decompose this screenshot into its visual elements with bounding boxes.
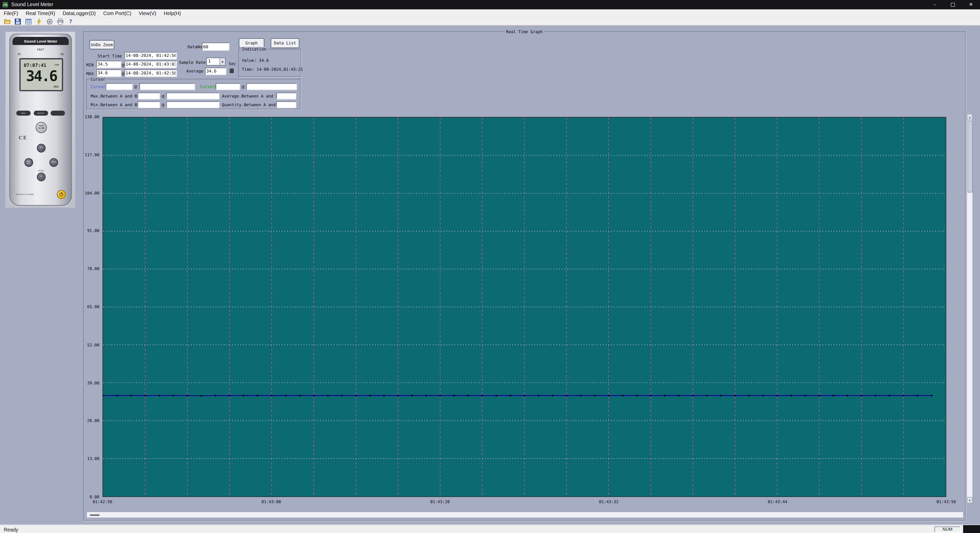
y-axis-tick-label: 130.00 xyxy=(85,115,100,119)
device-level-label: LEVEL xyxy=(19,170,63,172)
x-axis-tick-label: 01:42:56 xyxy=(93,500,112,505)
start-time-input[interactable] xyxy=(124,52,177,59)
cursor-a-at-label: @ xyxy=(135,84,137,90)
print-button[interactable] xyxy=(56,18,64,25)
indication-time-label: Time: xyxy=(242,67,254,72)
open-file-button[interactable] xyxy=(3,18,11,25)
max-between-time-input[interactable] xyxy=(166,92,219,99)
device-maxmin-button: MAX MIN xyxy=(24,158,33,167)
vertical-scrollbar[interactable]: ▲ ▼ xyxy=(966,113,973,504)
graph-plot-area[interactable] xyxy=(103,117,946,497)
device-aux-button xyxy=(51,111,65,116)
chevron-down-icon[interactable]: ▼ xyxy=(220,58,225,65)
average-value-input[interactable] xyxy=(205,67,226,75)
qty-between-value-input[interactable] xyxy=(276,101,296,108)
lightning-icon xyxy=(35,18,42,25)
min-value-input[interactable] xyxy=(96,61,121,68)
menu-help[interactable]: Help(H) xyxy=(160,10,185,18)
cursor-b-label: CursorB xyxy=(200,84,217,90)
menu-datalogger[interactable]: DataLogger(D) xyxy=(59,10,100,18)
scroll-up-icon[interactable]: ▲ xyxy=(967,114,973,120)
status-message: Ready xyxy=(4,527,18,533)
sample-rate-label: Sample Rate xyxy=(179,60,205,65)
printer-icon xyxy=(57,18,64,25)
y-axis-tick-label: 52.00 xyxy=(87,342,99,348)
device-brand-label: Sound Level Meter xyxy=(13,37,68,45)
menu-file[interactable]: File(F) xyxy=(0,10,22,18)
lcd-clock: 07:07:41 xyxy=(24,62,46,68)
com-port-button[interactable] xyxy=(45,18,54,25)
data-table-icon xyxy=(25,18,32,25)
save-floppy-icon xyxy=(14,18,21,25)
maximize-button[interactable]: □ xyxy=(944,0,962,10)
cursor-b-time-input[interactable] xyxy=(246,83,297,90)
x-axis-tick-label: 01:43:20 xyxy=(430,500,450,505)
data-no-input[interactable] xyxy=(202,43,229,51)
ce-mark: CE xyxy=(19,135,27,141)
graph-canvas xyxy=(103,118,945,496)
sample-rate-select[interactable]: 1 ▼ xyxy=(206,57,226,65)
indication-value-row: Value: 34.6 xyxy=(242,58,269,63)
data-list-button[interactable]: Data List xyxy=(270,38,299,48)
y-axis-tick-label: 13.00 xyxy=(87,457,99,461)
y-axis-tick-label: 78.00 xyxy=(87,267,99,272)
data-list-button-toolbar[interactable] xyxy=(24,18,32,25)
max-time-input[interactable] xyxy=(124,70,177,77)
app-window: Sound Level Meter – □ ✕ File(F) Real Tim… xyxy=(0,0,980,533)
max-between-value-input[interactable] xyxy=(138,92,160,99)
real-time-button[interactable] xyxy=(35,18,43,25)
sample-rate-value: 1 xyxy=(207,58,220,65)
max-value-input[interactable] xyxy=(96,70,121,77)
device-ac-button: A/C xyxy=(37,144,45,153)
scroll-down-icon[interactable]: ▼ xyxy=(967,497,973,503)
min-time-input[interactable] xyxy=(124,61,177,68)
menu-real-time[interactable]: Real Time(R) xyxy=(22,10,59,18)
x-axis-tick-label: 01:43:32 xyxy=(599,500,619,505)
device-body: Sound Level Meter FAST 30 80 07:07:41 TI… xyxy=(10,34,72,205)
min-between-value-input[interactable] xyxy=(138,101,160,108)
screen: Sound Level Meter – □ ✕ File(F) Real Tim… xyxy=(0,0,980,533)
horizontal-scrollbar-thumb[interactable] xyxy=(90,514,100,515)
vertical-scrollbar-thumb[interactable] xyxy=(967,121,972,193)
average-label: Average xyxy=(186,68,204,74)
x-axis-tick-label: 01:43:56 xyxy=(936,500,956,505)
indication-group: Indication Value: 34.6 Time: 14-08-2024,… xyxy=(238,49,301,77)
max-label: MAX xyxy=(86,71,94,76)
qty-between-label: Quantity.Between A and B xyxy=(222,103,280,108)
lcd-reading: 34.6 xyxy=(21,68,57,84)
avg-between-value-input[interactable] xyxy=(276,92,296,99)
panel-title: Real Time Graph xyxy=(505,29,544,35)
device-level-button: ▼ xyxy=(37,173,45,181)
undo-zoom-button[interactable]: UnDo Zoom xyxy=(89,40,115,49)
y-axis-tick-label: 117.00 xyxy=(85,153,100,158)
indication-title: Indication xyxy=(241,47,268,52)
save-button[interactable] xyxy=(13,18,22,25)
cursor-b-at-label: @ xyxy=(242,84,245,90)
y-axis-tick-label: 104.00 xyxy=(85,191,100,196)
window-corner xyxy=(963,525,980,533)
start-time-label: Start Time xyxy=(97,54,122,59)
cursor-a-time-input[interactable] xyxy=(139,83,195,90)
close-button[interactable]: ✕ xyxy=(962,0,980,10)
device-range-low: 30 xyxy=(18,53,21,56)
y-axis-tick-label: 0.00 xyxy=(89,495,99,500)
device-pill-buttons: REC SETUP xyxy=(16,111,65,116)
indication-time-row: Time: 14-08-2024,01:43:21 xyxy=(242,67,303,72)
open-folder-icon xyxy=(3,18,10,25)
y-axis-tick-label: 91.00 xyxy=(87,229,99,234)
horizontal-scrollbar[interactable] xyxy=(86,511,964,518)
menu-com-port[interactable]: Com Port(C) xyxy=(100,10,135,18)
device-certification: IEC 61672-1 CLASS2 xyxy=(16,193,34,196)
max-at-label: @ xyxy=(122,71,124,76)
min-between-time-input[interactable] xyxy=(166,101,219,108)
cursor-a-value-input[interactable] xyxy=(106,83,132,90)
minimize-button[interactable]: – xyxy=(926,0,944,10)
min-label: MIN xyxy=(86,62,94,68)
menu-bar: File(F) Real Time(R) DataLogger(D) Com P… xyxy=(0,10,980,18)
sample-rate-unit-label: Sec xyxy=(229,61,236,66)
cursor-b-value-input[interactable] xyxy=(216,83,240,90)
y-axis-labels: 130.00117.00104.0091.0078.0065.0052.0039… xyxy=(84,117,100,502)
about-button[interactable]: ? xyxy=(66,18,75,25)
indication-time: 14-08-2024,01:43:21 xyxy=(256,67,303,72)
menu-view[interactable]: View(V) xyxy=(135,10,160,18)
